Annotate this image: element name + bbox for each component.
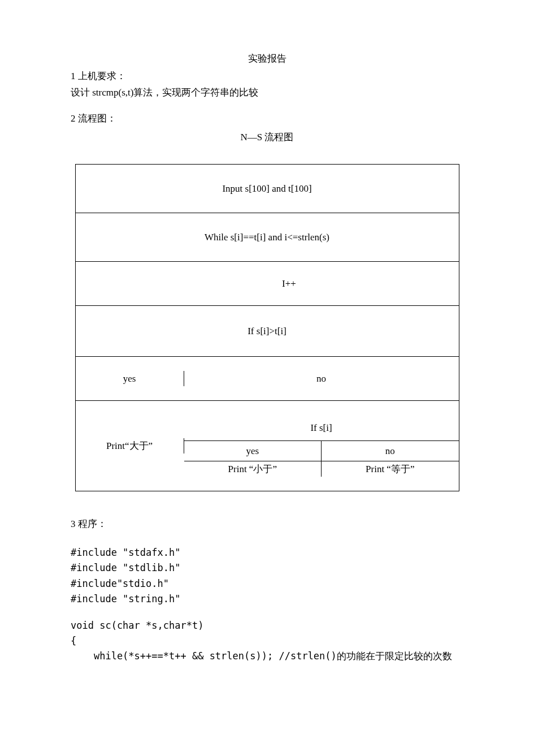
diagram-ipp-cell: I++ (120, 276, 459, 291)
section1-label: 1 上机要求： (71, 68, 463, 84)
diagram-sub-yes-text: yes (246, 443, 259, 459)
diagram-yes-cell: yes (76, 371, 184, 386)
diagram-ipp-row: I++ (76, 262, 459, 306)
diagram-sub-if: If s[i] (184, 415, 459, 441)
diagram-if-text: If s[i]>t[i] (248, 323, 286, 339)
section2-label: 2 流程图： (71, 111, 463, 126)
diagram-yes-text: yes (123, 371, 136, 386)
diagram-while-text: While s[i]==t[i] and i<=strlen(s) (205, 230, 329, 245)
diagram-print-no: Print “等于” (322, 461, 459, 477)
code-line-7: while(*s++==*t++ && strlen(s)); //strlen… (71, 649, 463, 664)
diagram-sub-print: Print “小于” Print “等于” (184, 461, 459, 477)
diagram-input-text: Input s[100] and t[100] (222, 181, 311, 196)
diagram-no-text: no (316, 371, 326, 386)
diagram-input-row: Input s[100] and t[100] (76, 165, 459, 213)
diagram-sub-no: no (322, 441, 459, 461)
ns-flowchart-title: N—S 流程图 (71, 129, 463, 145)
code-line-6: { (71, 633, 463, 649)
ns-diagram: Input s[100] and t[100] While s[i]==t[i]… (75, 164, 459, 491)
diagram-sub-yesno: yes no (184, 441, 459, 461)
report-title: 实验报告 (71, 51, 463, 66)
code-line-1: #include "stdafx.h" (71, 545, 463, 560)
diagram-while-row: While s[i]==t[i] and i<=strlen(s) (76, 213, 459, 262)
code-section: 3 程序： #include "stdafx.h" #include "stdl… (71, 516, 463, 664)
diagram-no-cell: no (184, 371, 459, 386)
code-line-5: void sc(char *s,char*t) (71, 618, 463, 633)
diagram-sub-yes: yes (184, 441, 322, 461)
code-line-3: #include"stdio.h" (71, 576, 463, 591)
section3-label: 3 程序： (71, 516, 463, 532)
diagram-right-column: If s[i] yes no Print “小于” Print “等于” (184, 415, 459, 477)
code-line-4: #include "string.h" (71, 591, 463, 607)
diagram-print-left: Print“大于” (76, 438, 184, 453)
diagram-if-row: If s[i]>t[i] (76, 306, 459, 357)
diagram-yesno-row: yes no (76, 357, 459, 401)
code-line-2: #include "stdlib.h" (71, 560, 463, 576)
diagram-print-left-text: Print“大于” (106, 438, 153, 453)
diagram-sub-if-text: If s[i] (310, 420, 332, 435)
diagram-bottom-row: Print“大于” If s[i] yes no Print “小于” Prin… (76, 401, 459, 491)
diagram-print-yes-text: Print “小于” (228, 461, 277, 477)
diagram-print-no-text: Print “等于” (366, 461, 414, 477)
diagram-sub-no-text: no (385, 443, 395, 459)
section1-desc: 设计 strcmp(s,t)算法，实现两个字符串的比较 (71, 85, 463, 100)
diagram-print-yes: Print “小于” (184, 461, 322, 477)
code-blank-line (71, 607, 463, 618)
diagram-ipp-text: I++ (282, 276, 296, 291)
